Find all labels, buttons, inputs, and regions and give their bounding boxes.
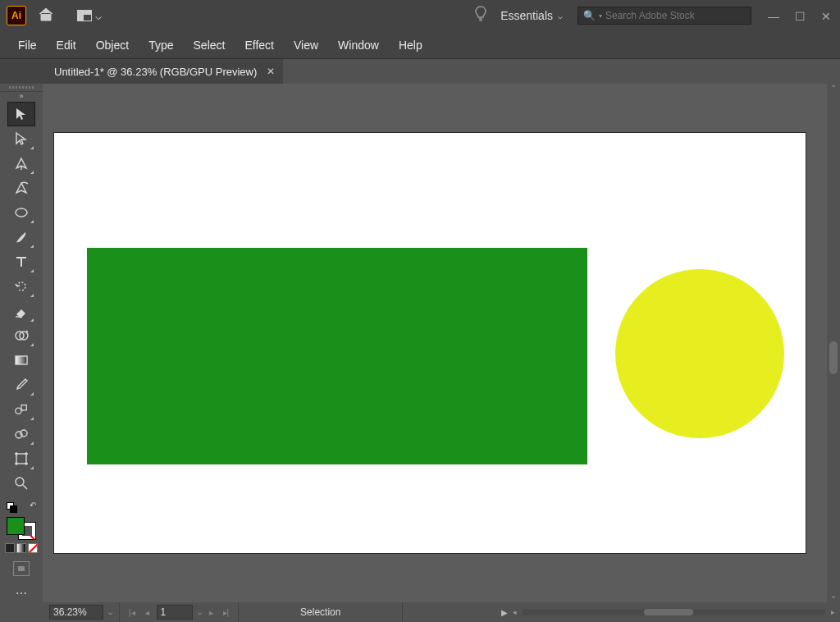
- menu-type[interactable]: Type: [139, 31, 183, 58]
- color-mode-row: [5, 543, 38, 553]
- next-artboard-button[interactable]: ▸: [207, 608, 216, 617]
- selection-tool[interactable]: [7, 102, 35, 126]
- menu-file[interactable]: File: [8, 31, 47, 58]
- arrange-documents-button[interactable]: ⌵: [77, 9, 102, 22]
- first-artboard-button[interactable]: |◂: [126, 608, 138, 617]
- scroll-right-icon[interactable]: ▸: [831, 608, 835, 616]
- zoom-dropdown-icon[interactable]: ⌵: [108, 608, 112, 616]
- rotate-tool[interactable]: [7, 274, 35, 299]
- zoom-value: 36.23%: [53, 606, 87, 618]
- artboard-number: 1: [161, 606, 167, 618]
- vertical-scrollbar[interactable]: ⌃ ⌄: [827, 84, 840, 602]
- artboard-dropdown-icon[interactable]: ⌵: [198, 608, 202, 616]
- menu-select[interactable]: Select: [184, 31, 235, 58]
- svg-rect-5: [21, 405, 26, 410]
- fill-swatch[interactable]: [7, 517, 25, 535]
- gradient-tool[interactable]: [7, 348, 35, 373]
- last-artboard-button[interactable]: ▸|: [221, 608, 232, 617]
- panel-grip[interactable]: [0, 84, 43, 92]
- search-box[interactable]: 🔍▾: [578, 7, 751, 25]
- document-tab[interactable]: Untitled-1* @ 36.23% (RGB/GPU Preview) ✕: [43, 59, 283, 84]
- svg-rect-3: [16, 356, 27, 364]
- tools-panel: » ↶: [0, 84, 43, 602]
- artboard-nav-segment: |◂ ◂ 1 ⌵ ▸ ▸|: [120, 602, 239, 622]
- title-bar: Ai ⌵ Essentials ⌵ 🔍▾ — ☐ ✕: [0, 0, 840, 31]
- rectangle-shape[interactable]: [87, 248, 587, 464]
- artboard-field[interactable]: 1: [157, 605, 193, 620]
- menu-bar: File Edit Object Type Select Effect View…: [0, 31, 840, 59]
- type-tool[interactable]: [7, 249, 35, 274]
- zoom-segment: 36.23% ⌵: [43, 602, 120, 622]
- document-tab-strip: Untitled-1* @ 36.23% (RGB/GPU Preview) ✕: [43, 59, 840, 84]
- scroll-down-icon[interactable]: ⌄: [830, 591, 837, 602]
- shape-builder-tool[interactable]: [7, 323, 35, 348]
- eyedropper-tool[interactable]: [7, 373, 35, 397]
- screen-mode-button[interactable]: [13, 561, 30, 576]
- maximize-button[interactable]: ☐: [792, 10, 807, 21]
- close-tab-icon[interactable]: ✕: [267, 66, 275, 77]
- color-mode-solid[interactable]: [5, 543, 15, 553]
- chevron-down-icon: ⌵: [95, 9, 102, 22]
- svg-point-9: [16, 478, 24, 486]
- paintbrush-tool[interactable]: [7, 225, 35, 249]
- svg-point-4: [16, 408, 21, 414]
- blend-tool[interactable]: [7, 397, 35, 422]
- default-colors-icon[interactable]: [7, 502, 16, 512]
- app-logo-text: Ai: [11, 10, 21, 21]
- color-mode-gradient[interactable]: [16, 543, 26, 553]
- scroll-up-icon[interactable]: ⌃: [830, 84, 837, 95]
- ellipse-tool[interactable]: [7, 200, 35, 225]
- circle-shape[interactable]: [615, 269, 784, 438]
- workspace-switcher[interactable]: Essentials ⌵: [500, 9, 563, 22]
- current-tool-label: Selection: [239, 602, 403, 622]
- default-swap-colors[interactable]: ↶: [3, 501, 39, 514]
- app-logo[interactable]: Ai: [7, 6, 26, 25]
- h-scroll-thumb[interactable]: [644, 609, 693, 615]
- swap-colors-icon[interactable]: ↶: [30, 501, 36, 510]
- canvas-viewport[interactable]: ⌃ ⌄: [43, 84, 840, 602]
- zoom-field[interactable]: 36.23%: [49, 605, 103, 620]
- edit-toolbar-button[interactable]: ⋯: [7, 584, 35, 602]
- expand-tools-icon[interactable]: »: [19, 92, 23, 102]
- search-input[interactable]: [605, 10, 746, 21]
- horizontal-scrollbar[interactable]: ◂ ▸: [508, 608, 840, 616]
- document-tab-title: Untitled-1* @ 36.23% (RGB/GPU Preview): [54, 66, 257, 78]
- color-mode-none[interactable]: [28, 543, 38, 553]
- menu-edit[interactable]: Edit: [47, 31, 86, 58]
- discover-icon[interactable]: [474, 6, 487, 25]
- scroll-left-icon[interactable]: ◂: [513, 608, 517, 616]
- menu-window[interactable]: Window: [328, 31, 389, 58]
- curvature-tool[interactable]: [7, 176, 35, 200]
- artboard[interactable]: [54, 133, 806, 553]
- workspace-label: Essentials: [500, 9, 553, 22]
- zoom-tool[interactable]: [7, 471, 35, 496]
- svg-point-0: [16, 208, 27, 217]
- menu-view[interactable]: View: [284, 31, 328, 58]
- artboard-tool[interactable]: [7, 446, 35, 471]
- eraser-tool[interactable]: [7, 299, 35, 323]
- chevron-down-icon: ▾: [599, 12, 602, 20]
- svg-rect-8: [16, 454, 26, 464]
- window-controls: — ☐ ✕: [766, 10, 833, 21]
- chevron-down-icon: ⌵: [558, 11, 563, 21]
- menu-help[interactable]: Help: [389, 31, 432, 58]
- home-icon[interactable]: [38, 7, 54, 25]
- symbol-sprayer-tool[interactable]: [7, 422, 35, 446]
- menu-effect[interactable]: Effect: [235, 31, 284, 58]
- minimize-button[interactable]: —: [766, 10, 781, 21]
- fill-stroke-control[interactable]: [7, 517, 36, 540]
- menu-object[interactable]: Object: [86, 31, 139, 58]
- status-menu-icon[interactable]: ▶: [501, 608, 508, 617]
- scroll-thumb[interactable]: [829, 341, 838, 374]
- close-button[interactable]: ✕: [819, 10, 833, 21]
- prev-artboard-button[interactable]: ◂: [143, 608, 152, 617]
- search-icon: 🔍: [583, 10, 596, 21]
- status-bar: 36.23% ⌵ |◂ ◂ 1 ⌵ ▸ ▸| Selection ▶ ◂ ▸: [0, 602, 840, 622]
- pen-tool[interactable]: [7, 151, 35, 176]
- direct-selection-tool[interactable]: [7, 126, 35, 151]
